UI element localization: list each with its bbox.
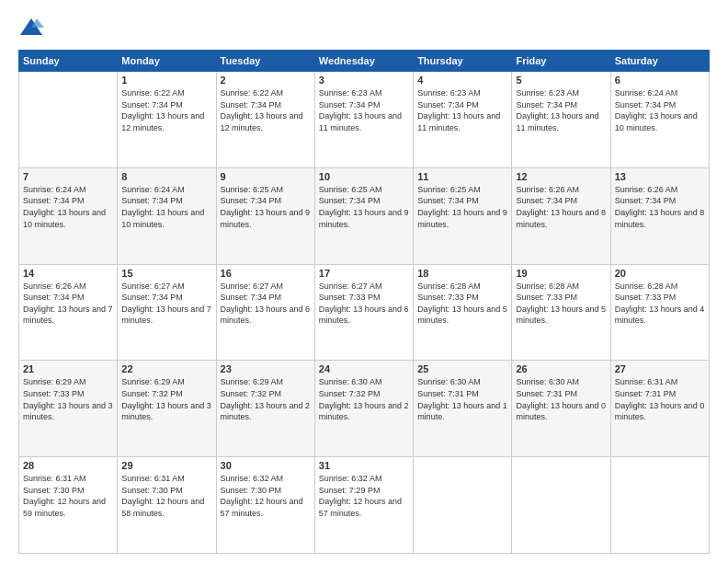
calendar-cell: 1Sunrise: 6:22 AMSunset: 7:34 PMDaylight…	[118, 72, 216, 168]
week-row-1: 1Sunrise: 6:22 AMSunset: 7:34 PMDaylight…	[19, 72, 710, 168]
cell-info: Sunrise: 6:22 AMSunset: 7:34 PMDaylight:…	[221, 87, 311, 133]
calendar-cell: 9Sunrise: 6:25 AMSunset: 7:34 PMDaylight…	[216, 167, 314, 264]
calendar-cell	[512, 457, 610, 554]
calendar-cell	[414, 457, 512, 554]
cell-info: Sunrise: 6:27 AMSunset: 7:34 PMDaylight:…	[121, 281, 211, 327]
day-number: 3	[319, 75, 409, 86]
cell-info: Sunrise: 6:30 AMSunset: 7:32 PMDaylight:…	[319, 376, 409, 422]
cell-info: Sunrise: 6:24 AMSunset: 7:34 PMDaylight:…	[23, 184, 113, 230]
day-number: 15	[121, 268, 211, 279]
cell-info: Sunrise: 6:30 AMSunset: 7:31 PMDaylight:…	[516, 376, 606, 422]
calendar-cell: 5Sunrise: 6:23 AMSunset: 7:34 PMDaylight…	[512, 72, 610, 168]
calendar-cell: 19Sunrise: 6:28 AMSunset: 7:33 PMDayligh…	[512, 264, 610, 361]
cell-info: Sunrise: 6:25 AMSunset: 7:34 PMDaylight:…	[417, 184, 507, 230]
cell-info: Sunrise: 6:25 AMSunset: 7:34 PMDaylight:…	[319, 184, 409, 230]
cell-info: Sunrise: 6:27 AMSunset: 7:34 PMDaylight:…	[221, 281, 311, 327]
calendar-cell: 26Sunrise: 6:30 AMSunset: 7:31 PMDayligh…	[512, 361, 610, 457]
calendar-cell: 14Sunrise: 6:26 AMSunset: 7:34 PMDayligh…	[19, 264, 118, 361]
calendar-cell: 16Sunrise: 6:27 AMSunset: 7:34 PMDayligh…	[216, 264, 314, 361]
day-number: 20	[615, 268, 705, 279]
cell-info: Sunrise: 6:24 AMSunset: 7:34 PMDaylight:…	[615, 87, 705, 133]
cell-info: Sunrise: 6:32 AMSunset: 7:29 PMDaylight:…	[319, 473, 409, 519]
calendar-cell: 12Sunrise: 6:26 AMSunset: 7:34 PMDayligh…	[512, 167, 610, 264]
calendar-cell: 28Sunrise: 6:31 AMSunset: 7:30 PMDayligh…	[19, 457, 118, 554]
day-number: 23	[221, 363, 311, 374]
cell-info: Sunrise: 6:29 AMSunset: 7:32 PMDaylight:…	[221, 376, 311, 422]
day-number: 31	[319, 460, 409, 471]
calendar-cell: 13Sunrise: 6:26 AMSunset: 7:34 PMDayligh…	[610, 167, 709, 264]
cell-info: Sunrise: 6:26 AMSunset: 7:34 PMDaylight:…	[23, 281, 113, 327]
header	[18, 15, 710, 40]
logo-icon	[18, 15, 44, 40]
cell-info: Sunrise: 6:23 AMSunset: 7:34 PMDaylight:…	[417, 87, 507, 133]
day-number: 14	[23, 268, 113, 279]
week-row-4: 21Sunrise: 6:29 AMSunset: 7:33 PMDayligh…	[19, 361, 710, 457]
calendar-cell: 22Sunrise: 6:29 AMSunset: 7:32 PMDayligh…	[118, 361, 216, 457]
calendar-cell: 29Sunrise: 6:31 AMSunset: 7:30 PMDayligh…	[118, 457, 216, 554]
day-header-sunday: Sunday	[19, 51, 118, 72]
calendar-table: SundayMondayTuesdayWednesdayThursdayFrid…	[18, 50, 710, 554]
day-number: 24	[319, 363, 409, 374]
logo	[18, 15, 48, 40]
day-number: 6	[615, 75, 705, 86]
calendar-cell: 23Sunrise: 6:29 AMSunset: 7:32 PMDayligh…	[216, 361, 314, 457]
cell-info: Sunrise: 6:31 AMSunset: 7:31 PMDaylight:…	[615, 376, 705, 422]
day-number: 10	[319, 171, 409, 182]
calendar-cell: 31Sunrise: 6:32 AMSunset: 7:29 PMDayligh…	[314, 457, 413, 554]
day-number: 28	[23, 460, 113, 471]
calendar-cell	[19, 72, 118, 168]
day-number: 26	[516, 363, 606, 374]
cell-info: Sunrise: 6:22 AMSunset: 7:34 PMDaylight:…	[121, 87, 211, 133]
page: SundayMondayTuesdayWednesdayThursdayFrid…	[0, 0, 728, 563]
week-row-3: 14Sunrise: 6:26 AMSunset: 7:34 PMDayligh…	[19, 264, 710, 361]
calendar-cell: 8Sunrise: 6:24 AMSunset: 7:34 PMDaylight…	[118, 167, 216, 264]
cell-info: Sunrise: 6:23 AMSunset: 7:34 PMDaylight:…	[516, 87, 606, 133]
cell-info: Sunrise: 6:30 AMSunset: 7:31 PMDaylight:…	[417, 376, 507, 422]
day-number: 18	[417, 268, 507, 279]
calendar-cell: 18Sunrise: 6:28 AMSunset: 7:33 PMDayligh…	[414, 264, 512, 361]
calendar-cell	[610, 457, 709, 554]
calendar-cell: 27Sunrise: 6:31 AMSunset: 7:31 PMDayligh…	[610, 361, 709, 457]
cell-info: Sunrise: 6:26 AMSunset: 7:34 PMDaylight:…	[516, 184, 606, 230]
day-header-monday: Monday	[118, 51, 216, 72]
calendar-cell: 7Sunrise: 6:24 AMSunset: 7:34 PMDaylight…	[19, 167, 118, 264]
calendar-cell: 2Sunrise: 6:22 AMSunset: 7:34 PMDaylight…	[216, 72, 314, 168]
day-number: 1	[121, 75, 211, 86]
cell-info: Sunrise: 6:27 AMSunset: 7:33 PMDaylight:…	[319, 281, 409, 327]
calendar-cell: 24Sunrise: 6:30 AMSunset: 7:32 PMDayligh…	[314, 361, 413, 457]
week-row-2: 7Sunrise: 6:24 AMSunset: 7:34 PMDaylight…	[19, 167, 710, 264]
cell-info: Sunrise: 6:26 AMSunset: 7:34 PMDaylight:…	[615, 184, 705, 230]
cell-info: Sunrise: 6:28 AMSunset: 7:33 PMDaylight:…	[516, 281, 606, 327]
calendar-cell: 15Sunrise: 6:27 AMSunset: 7:34 PMDayligh…	[118, 264, 216, 361]
cell-info: Sunrise: 6:29 AMSunset: 7:33 PMDaylight:…	[23, 376, 113, 422]
day-header-tuesday: Tuesday	[216, 51, 314, 72]
calendar-cell: 10Sunrise: 6:25 AMSunset: 7:34 PMDayligh…	[314, 167, 413, 264]
day-number: 27	[615, 363, 705, 374]
cell-info: Sunrise: 6:28 AMSunset: 7:33 PMDaylight:…	[417, 281, 507, 327]
calendar-cell: 20Sunrise: 6:28 AMSunset: 7:33 PMDayligh…	[610, 264, 709, 361]
day-number: 12	[516, 171, 606, 182]
day-number: 7	[23, 171, 113, 182]
cell-info: Sunrise: 6:32 AMSunset: 7:30 PMDaylight:…	[221, 473, 311, 519]
day-number: 11	[417, 171, 507, 182]
day-number: 13	[615, 171, 705, 182]
calendar-cell: 21Sunrise: 6:29 AMSunset: 7:33 PMDayligh…	[19, 361, 118, 457]
day-number: 30	[221, 460, 311, 471]
cell-info: Sunrise: 6:24 AMSunset: 7:34 PMDaylight:…	[121, 184, 211, 230]
day-number: 4	[417, 75, 507, 86]
day-number: 9	[221, 171, 311, 182]
calendar-cell: 4Sunrise: 6:23 AMSunset: 7:34 PMDaylight…	[414, 72, 512, 168]
day-header-thursday: Thursday	[414, 51, 512, 72]
calendar-cell: 30Sunrise: 6:32 AMSunset: 7:30 PMDayligh…	[216, 457, 314, 554]
day-number: 25	[417, 363, 507, 374]
cell-info: Sunrise: 6:29 AMSunset: 7:32 PMDaylight:…	[121, 376, 211, 422]
calendar-cell: 25Sunrise: 6:30 AMSunset: 7:31 PMDayligh…	[414, 361, 512, 457]
day-number: 5	[516, 75, 606, 86]
calendar-cell: 3Sunrise: 6:23 AMSunset: 7:34 PMDaylight…	[314, 72, 413, 168]
day-header-friday: Friday	[512, 51, 610, 72]
calendar-cell: 6Sunrise: 6:24 AMSunset: 7:34 PMDaylight…	[610, 72, 709, 168]
cell-info: Sunrise: 6:23 AMSunset: 7:34 PMDaylight:…	[319, 87, 409, 133]
day-number: 8	[121, 171, 211, 182]
cell-info: Sunrise: 6:31 AMSunset: 7:30 PMDaylight:…	[23, 473, 113, 519]
day-header-wednesday: Wednesday	[314, 51, 413, 72]
